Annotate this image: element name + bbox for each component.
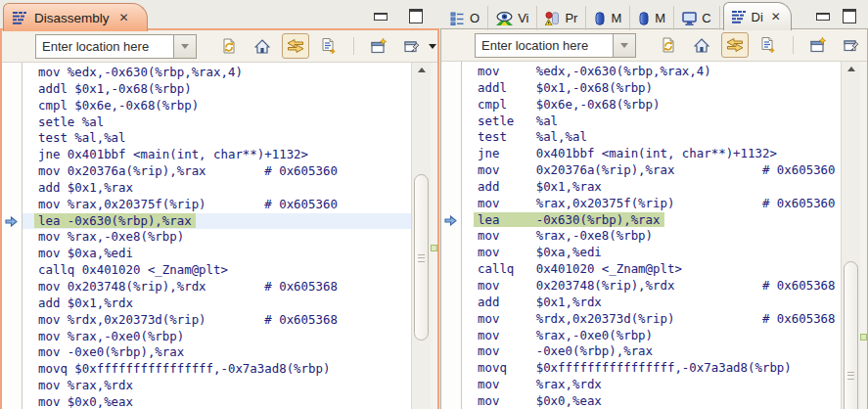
code-line[interactable]: add $0x1,%rax [23,180,411,197]
code-line[interactable]: add $0x1,%rax [462,179,841,196]
code-line[interactable]: mov $0xa,%edi [23,246,411,262]
location-input[interactable] [35,34,173,59]
code-line[interactable]: mov -0xe0(%rbp),%rax [462,343,841,360]
code-line[interactable]: mov 0x203748(%rip),%rdx # 0x605368 [23,279,411,295]
open-new-view-button[interactable] [365,33,392,59]
code-line[interactable]: mov $0xa,%edi [462,245,841,261]
maximize-icon[interactable] [843,9,856,23]
code-line[interactable]: mov $0x0,%eax [23,394,411,409]
pin-view-button[interactable] [838,32,865,58]
tab-o[interactable]: O [442,6,488,30]
view-menu-button[interactable] [429,37,436,55]
right-toolbar [441,29,867,61]
disassembly-code[interactable]: mov %edx,-0x630(%rbp,%rax,4)addl $0x1,-0… [462,62,841,409]
code-line[interactable]: mov %rdx,0x20373d(%rip) # 0x605368 [462,311,841,328]
location-input[interactable] [475,33,613,58]
code-line[interactable]: mov %rax,-0xe0(%rbp) [23,329,411,345]
outline-icon [450,12,465,25]
tab-c[interactable]: C [674,6,719,30]
pin-view-button[interactable] [398,33,426,59]
code-line[interactable]: movq $0xffffffffffffffff,-0x7a3ad8(%rbp) [462,360,841,377]
visualizer-icon [496,12,513,25]
code-line[interactable]: mov %rdx,0x20373d(%rip) # 0x605368 [23,312,411,329]
refresh-button[interactable] [655,32,682,58]
instruction-text: callq 0x401020 <_Znam@plt> [38,262,228,277]
location-combo [475,33,636,58]
minimize-icon[interactable] [816,13,830,21]
code-line[interactable]: mov $0x0,%eax [462,393,841,409]
code-line[interactable]: lea -0x630(%rbp),%rax [23,213,411,230]
minimize-icon[interactable] [374,13,388,21]
console-icon [682,12,697,25]
code-line[interactable]: mov 0x203748(%rip),%rdx # 0x605368 [462,278,841,295]
code-line[interactable]: mov %rax,0x20375f(%rip) # 0x605360 [23,197,411,213]
pin-icon [844,37,859,53]
code-line[interactable]: mov %rax,-0xe8(%rbp) [462,228,841,245]
code-line[interactable]: test %al,%al [23,130,411,147]
left-content: mov %edx,-0x630(%rbp,%rax,4)addl $0x1,-0… [2,62,437,409]
maximize-icon[interactable] [409,9,423,23]
code-line[interactable]: addl $0x1,-0x68(%rbp) [23,81,411,98]
code-line[interactable]: mov %rax,%rdx [462,377,841,393]
location-dropdown-button[interactable] [613,33,636,58]
tab-pr[interactable]: Pr [537,6,586,30]
code-line[interactable]: cmpl $0x6e,-0x68(%rbp) [23,98,411,114]
go-to-pc-button[interactable] [249,33,276,59]
code-line[interactable]: setle %al [23,114,411,131]
code-line[interactable]: add $0x1,%rdx [23,295,411,312]
code-line[interactable]: callq 0x401020 <_Znam@plt> [23,262,411,279]
tab-vi[interactable]: Vi [488,6,537,30]
overview-ruler[interactable] [431,63,437,409]
code-line[interactable]: addl $0x1,-0x68(%rbp) [462,80,841,97]
vertical-scrollbar[interactable] [841,62,860,409]
show-source-button[interactable] [754,32,782,58]
instruction-text: addl $0x1,-0x68(%rbp) [478,80,653,95]
disassembly-view-left: Disassembly ✕ mov %edx,-0x630(%rbp,%rax,… [0,0,439,409]
tab-m[interactable]: M [630,6,674,30]
sync-with-debug-context-button[interactable] [721,32,749,58]
scroll-up-button[interactable] [842,62,860,76]
sync-with-debug-context-button[interactable] [282,33,309,59]
code-line[interactable]: add $0x1,%rdx [462,295,841,311]
open-new-view-button[interactable] [804,32,832,58]
code-line[interactable]: mov 0x20376a(%rip),%rax # 0x605360 [462,162,841,179]
close-icon[interactable]: ✕ [771,11,781,23]
close-icon[interactable]: ✕ [119,12,129,23]
code-line[interactable]: mov %rax,-0xe0(%rbp) [462,328,841,344]
code-line[interactable]: movq $0xffffffffffffffff,-0x7a3ad8(%rbp) [23,361,411,378]
code-line[interactable]: lea -0x630(%rbp),%rax [462,212,841,229]
code-line[interactable]: mov %edx,-0x630(%rbp,%rax,4) [462,64,841,80]
go-to-pc-button[interactable] [688,32,715,58]
breakpoint-ruler[interactable] [2,63,23,409]
code-line[interactable]: mov %edx,-0x630(%rbp,%rax,4) [23,65,411,81]
instruction-text: mov 0x203748(%rip),%rdx # 0x605368 [478,278,836,293]
code-line[interactable]: setle %al [462,114,841,130]
instruction-text: callq 0x401020 <_Znam@plt> [478,261,682,276]
chevron-down-icon [620,43,628,48]
tab-di[interactable]: Di✕ [723,2,792,30]
code-line[interactable]: test %al,%al [462,129,841,146]
code-line[interactable]: mov %rax,0x20375f(%rip) # 0x605360 [462,196,841,212]
show-source-button[interactable] [315,33,343,59]
location-dropdown-button[interactable] [173,34,197,59]
code-line[interactable]: mov %rax,%rdx [23,378,411,394]
vertical-scrollbar[interactable] [411,63,431,409]
code-line[interactable]: cmpl $0x6e,-0x68(%rbp) [462,97,841,114]
scrollbar-thumb[interactable] [414,174,429,341]
tab-m[interactable]: M [586,6,630,30]
overview-ruler[interactable] [860,62,867,409]
code-line[interactable]: mov -0xe0(%rbp),%rax [23,344,411,361]
scrollbar-thumb[interactable] [844,261,858,409]
breakpoint-ruler[interactable] [441,62,462,409]
code-line[interactable]: mov 0x20376a(%rip),%rax # 0x605360 [23,163,411,180]
tab-disassembly[interactable]: Disassembly ✕ [3,3,148,31]
scroll-up-button[interactable] [412,63,431,77]
code-line[interactable]: callq 0x401020 <_Znam@plt> [462,261,841,278]
refresh-button[interactable] [215,33,243,59]
code-line[interactable]: jne 0x401bbf <main(int, char**)+1132> [23,147,411,163]
code-line[interactable]: jne 0x401bbf <main(int, char**)+1132> [462,146,841,162]
disassembly-code[interactable]: mov %edx,-0x630(%rbp,%rax,4)addl $0x1,-0… [23,63,411,409]
code-line[interactable]: mov %rax,-0xe8(%rbp) [23,229,411,246]
instruction-text: movq $0xffffffffffffffff,-0x7a3ad8(%rbp) [478,360,792,375]
pin-icon [404,38,420,54]
